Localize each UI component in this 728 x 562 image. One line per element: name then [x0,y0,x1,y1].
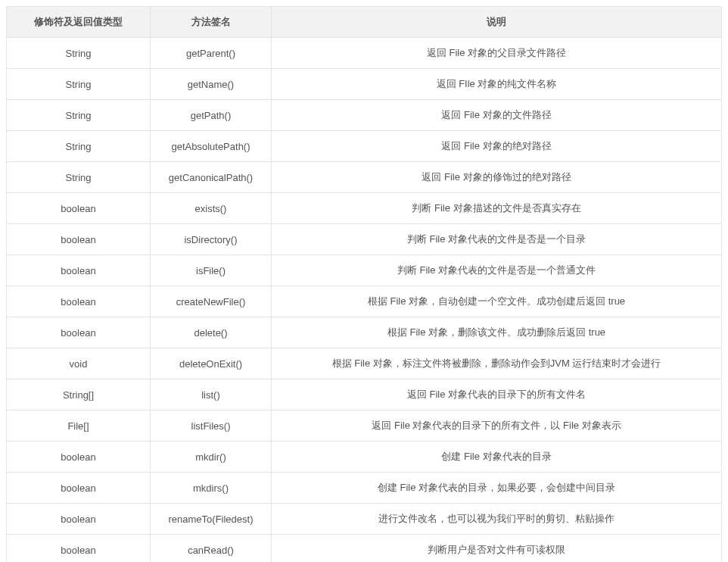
cell-description: 返回 File 对象的绝对路径 [272,131,722,162]
table-row: File[]listFiles()返回 File 对象代表的目录下的所有文件，以… [7,411,722,442]
cell-method-signature: createNewFile() [151,286,272,317]
cell-return-type: boolean [7,504,151,535]
cell-return-type: boolean [7,193,151,224]
cell-description: 根据 File 对象，自动创建一个空文件。成功创建后返回 true [272,286,722,317]
cell-return-type: void [7,348,151,379]
table-row: booleanrenameTo(Filedest)进行文件改名，也可以视为我们平… [7,504,722,535]
cell-method-signature: listFiles() [151,411,272,442]
cell-method-signature: list() [151,379,272,411]
cell-return-type: boolean [7,473,151,504]
cell-method-signature: isDirectory() [151,224,272,255]
cell-return-type: String[] [7,379,151,411]
cell-method-signature: getAbsolutePath() [151,131,272,162]
cell-return-type: boolean [7,442,151,473]
cell-return-type: boolean [7,535,151,563]
cell-method-signature: delete() [151,317,272,348]
table-row: booleanmkdirs()创建 File 对象代表的目录，如果必要，会创建中… [7,473,722,504]
cell-description: 返回 File 对象代表的目录下的所有文件，以 File 对象表示 [272,411,722,442]
cell-description: 创建 File 对象代表的目录 [272,442,722,473]
cell-method-signature: deleteOnExit() [151,348,272,379]
cell-description: 进行文件改名，也可以视为我们平时的剪切、粘贴操作 [272,504,722,535]
table-row: booleancanRead()判断用户是否对文件有可读权限 [7,535,722,563]
cell-description: 返回 File 对象的文件路径 [272,100,722,131]
cell-method-signature: getParent() [151,38,272,69]
table-row: StringgetPath()返回 File 对象的文件路径 [7,100,722,131]
cell-description: 根据 File 对象，标注文件将被删除，删除动作会到JVM 运行结束时才会进行 [272,348,722,379]
cell-description: 判断 File 对象描述的文件是否真实存在 [272,193,722,224]
cell-description: 判断用户是否对文件有可读权限 [272,535,722,563]
table-row: booleanisFile()判断 File 对象代表的文件是否是一个普通文件 [7,255,722,286]
cell-return-type: boolean [7,224,151,255]
cell-description: 返回 File 对象的修饰过的绝对路径 [272,162,722,193]
cell-method-signature: exists() [151,193,272,224]
table-row: booleanmkdir()创建 File 对象代表的目录 [7,442,722,473]
cell-method-signature: canRead() [151,535,272,563]
table-row: StringgetParent()返回 File 对象的父目录文件路径 [7,38,722,69]
cell-description: 创建 File 对象代表的目录，如果必要，会创建中间目录 [272,473,722,504]
file-methods-table: 修饰符及返回值类型 方法签名 说明 StringgetParent()返回 Fi… [6,6,722,562]
cell-description: 返回 FIle 对象的纯文件名称 [272,69,722,100]
cell-method-signature: getName() [151,69,272,100]
table-row: StringgetAbsolutePath()返回 File 对象的绝对路径 [7,131,722,162]
cell-return-type: boolean [7,317,151,348]
cell-return-type: String [7,38,151,69]
table-row: booleanexists()判断 File 对象描述的文件是否真实存在 [7,193,722,224]
cell-return-type: String [7,131,151,162]
cell-return-type: boolean [7,286,151,317]
table-header-row: 修饰符及返回值类型 方法签名 说明 [7,7,722,38]
cell-method-signature: getPath() [151,100,272,131]
table-row: booleancreateNewFile()根据 File 对象，自动创建一个空… [7,286,722,317]
table-row: voiddeleteOnExit()根据 File 对象，标注文件将被删除，删除… [7,348,722,379]
cell-return-type: File[] [7,411,151,442]
cell-method-signature: getCanonicalPath() [151,162,272,193]
cell-return-type: String [7,69,151,100]
cell-method-signature: mkdirs() [151,473,272,504]
cell-description: 判断 File 对象代表的文件是否是一个目录 [272,224,722,255]
table-row: StringgetCanonicalPath()返回 File 对象的修饰过的绝… [7,162,722,193]
header-return-type: 修饰符及返回值类型 [7,7,151,38]
cell-return-type: String [7,162,151,193]
cell-method-signature: isFile() [151,255,272,286]
cell-return-type: String [7,100,151,131]
cell-description: 返回 File 对象的父目录文件路径 [272,38,722,69]
cell-description: 判断 File 对象代表的文件是否是一个普通文件 [272,255,722,286]
table-row: booleanisDirectory()判断 File 对象代表的文件是否是一个… [7,224,722,255]
cell-return-type: boolean [7,255,151,286]
cell-method-signature: renameTo(Filedest) [151,504,272,535]
cell-description: 根据 File 对象，删除该文件。成功删除后返回 true [272,317,722,348]
table-row: StringgetName()返回 FIle 对象的纯文件名称 [7,69,722,100]
header-description: 说明 [272,7,722,38]
table-row: booleandelete()根据 File 对象，删除该文件。成功删除后返回 … [7,317,722,348]
cell-method-signature: mkdir() [151,442,272,473]
header-method-signature: 方法签名 [151,7,272,38]
table-row: String[]list()返回 File 对象代表的目录下的所有文件名 [7,379,722,411]
cell-description: 返回 File 对象代表的目录下的所有文件名 [272,379,722,411]
